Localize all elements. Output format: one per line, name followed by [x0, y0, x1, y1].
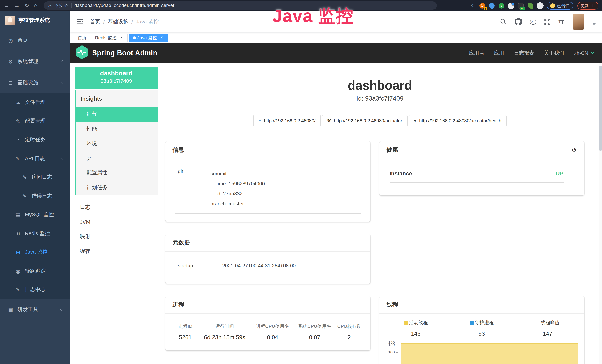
tab-label: Java 监控: [137, 35, 157, 41]
sba-nav-item[interactable]: 应用: [494, 50, 504, 56]
extension-refresh-icon[interactable]: 1: [479, 3, 485, 8]
threads-card: 线程 活动线程 守护进程 线程峰值: [379, 296, 584, 364]
address-bar[interactable]: ⚠ 不安全 dashboard.yudao.iocoder.cn/infra/a…: [43, 1, 437, 10]
sba-menu-item[interactable]: 缓存: [75, 244, 158, 258]
chevron-icon: [59, 82, 63, 86]
locale-selector[interactable]: zh-CN: [574, 50, 594, 56]
process-card: 进程 进程ID运行时间进程CPU使用率系统CPU使用率CPU核心数 52616d…: [165, 296, 370, 351]
history-icon[interactable]: ↺: [572, 146, 577, 154]
user-avatar[interactable]: [572, 14, 584, 30]
close-tab-icon[interactable]: ×: [119, 35, 124, 40]
sidebar-item[interactable]: ⚙ 系统管理: [0, 51, 70, 72]
page-tab[interactable]: Java 监控 ×: [129, 34, 168, 42]
column-header: 运行时间: [199, 323, 250, 330]
threads-values: 14353147: [383, 326, 580, 337]
scrollbar-thumb[interactable]: [599, 66, 602, 151]
sidebar-item[interactable]: ✎ API 日志: [0, 149, 70, 168]
instance-links: ⌂ http://192.168.0.2:48080/ ⚒ http://192…: [158, 115, 602, 127]
sba-menu-item[interactable]: 计划任务: [76, 180, 158, 195]
extensions-puzzle-icon[interactable]: [537, 3, 543, 8]
page-tab[interactable]: Redis 监控 ×: [92, 34, 127, 42]
font-size-icon[interactable]: TT: [559, 19, 564, 25]
help-icon[interactable]: ?: [530, 19, 536, 25]
search-icon[interactable]: [500, 19, 506, 25]
instance-header[interactable]: dashboard 93a3fc7f7409: [75, 67, 158, 89]
sidebar-item[interactable]: ✎ 配置管理: [0, 112, 70, 130]
breadcrumb-infra[interactable]: 基础设施: [108, 18, 129, 25]
fullscreen-icon[interactable]: [544, 19, 550, 25]
sba-menu-item[interactable]: 性能: [76, 121, 158, 136]
trace-icon: ◉: [15, 268, 21, 274]
sidebar-item[interactable]: ⊡ 基础设施: [0, 72, 70, 93]
reload-icon[interactable]: ↻: [24, 0, 29, 11]
column-header: CPU核心数: [335, 323, 364, 330]
extension-leaf-icon[interactable]: [528, 3, 533, 8]
github-icon[interactable]: [515, 18, 522, 25]
app-logo-row[interactable]: 芋道管理系统: [0, 11, 70, 30]
sba-menu-item[interactable]: 配置属性: [76, 165, 158, 180]
home-icon[interactable]: ⌂: [34, 0, 37, 11]
sidebar-item-label: Java 监控: [25, 249, 48, 256]
main-content: 首页 / 基础设施 / Java 监控 ?: [70, 11, 602, 364]
breadcrumb-home[interactable]: 首页: [90, 18, 100, 25]
back-icon[interactable]: ←: [4, 0, 9, 11]
forward-icon[interactable]: →: [14, 0, 20, 11]
sba-menu-item[interactable]: 环境: [76, 136, 158, 151]
sba-body: dashboard 93a3fc7f7409 Insights 细节性能环境类配…: [70, 63, 602, 364]
extension-switch-icon[interactable]: on: [518, 3, 524, 8]
url-text[interactable]: dashboard.yudao.iocoder.cn/infra/admin-s…: [74, 3, 175, 8]
sidebar-item[interactable]: ✎ 访问日志: [0, 168, 70, 187]
sidebar-item[interactable]: ✎ 日志中心: [0, 280, 70, 299]
sba-menu-item[interactable]: 日志: [75, 200, 158, 214]
collapse-sidebar-icon[interactable]: [76, 19, 83, 24]
instance-link-button[interactable]: ⚒ http://192.168.0.2:48080/actuator: [322, 115, 408, 127]
metadata-card: 元数据 startup 2021-04-27T00:44:31.254+08:0…: [165, 234, 370, 284]
page-tab[interactable]: 首页 ×: [74, 34, 90, 42]
sba-nav-item[interactable]: 日志报表: [514, 50, 534, 56]
sba-menu-item[interactable]: 细节: [76, 107, 158, 121]
threads-chart: 140120100: [383, 342, 580, 364]
sidebar-item-label: 文件管理: [25, 99, 46, 106]
user-menu-caret-icon[interactable]: [592, 23, 595, 25]
scrollbar[interactable]: [599, 63, 602, 364]
extension-grid-icon[interactable]: [508, 3, 514, 8]
sba-brand[interactable]: Spring Boot Admin: [92, 49, 157, 57]
column-header: 进程CPU使用率: [250, 323, 295, 330]
error-log-icon: ✎: [22, 193, 28, 199]
browser-menu-icon[interactable]: ⋮: [591, 3, 595, 8]
bookmark-star-icon[interactable]: ☆: [470, 2, 475, 9]
sidebar-item[interactable]: ≋ Redis 监控: [0, 224, 70, 243]
sidebar-item-label: 首页: [17, 37, 28, 43]
instance-link-button[interactable]: ♥ http://192.168.0.2:48080/actuator/heal…: [408, 115, 506, 127]
close-tab-icon[interactable]: ×: [159, 35, 164, 40]
process-table-values: 52616d 23h 15m 59s0.040.072: [172, 330, 364, 341]
sba-menu-item[interactable]: 类: [76, 151, 158, 165]
insights-title: Insights: [76, 90, 158, 107]
sba-nav-item[interactable]: 应用墙: [469, 50, 484, 56]
security-label[interactable]: 不安全: [55, 2, 68, 9]
extension-pin-icon[interactable]: [488, 2, 496, 10]
header-actions: ? TT: [500, 14, 595, 30]
emoji-face-icon: [550, 3, 555, 8]
browser-actions: ☆ 1 on 已暂停 更新 ⋮: [470, 2, 598, 10]
sidebar-item[interactable]: ◔ 定时任务: [0, 130, 70, 149]
sidebar-item[interactable]: ▤ MySQL 监控: [0, 205, 70, 224]
home-icon: ⌂: [258, 118, 261, 124]
sba-nav-item[interactable]: 关于我们: [544, 50, 564, 56]
update-button[interactable]: 更新 ⋮: [577, 2, 598, 10]
paused-badge[interactable]: 已暂停: [547, 2, 573, 10]
sidebar-item[interactable]: ⊟ Java 监控: [0, 243, 70, 262]
instance-link-button[interactable]: ⌂ http://192.168.0.2:48080/: [253, 115, 321, 127]
cloud-upload-icon: ☁: [15, 100, 21, 106]
sidebar-item[interactable]: ☁ 文件管理: [0, 93, 70, 112]
sidebar-item[interactable]: ▣ 研发工具: [0, 299, 70, 320]
sidebar-item[interactable]: ✎ 错误日志: [0, 187, 70, 205]
sidebar-item[interactable]: ◉ 链路追踪: [0, 262, 70, 280]
sba-menu-item[interactable]: JVM: [75, 214, 158, 229]
extension-y-icon[interactable]: [499, 3, 504, 8]
sba-logo-icon[interactable]: [75, 45, 88, 61]
sba-menu-item[interactable]: 映射: [75, 229, 158, 244]
mysql-icon: ▤: [15, 212, 21, 218]
sidebar-item[interactable]: ◷ 首页: [0, 30, 70, 51]
info-card: 信息 git commit:time: 1596289704000id: 27a…: [165, 141, 370, 222]
